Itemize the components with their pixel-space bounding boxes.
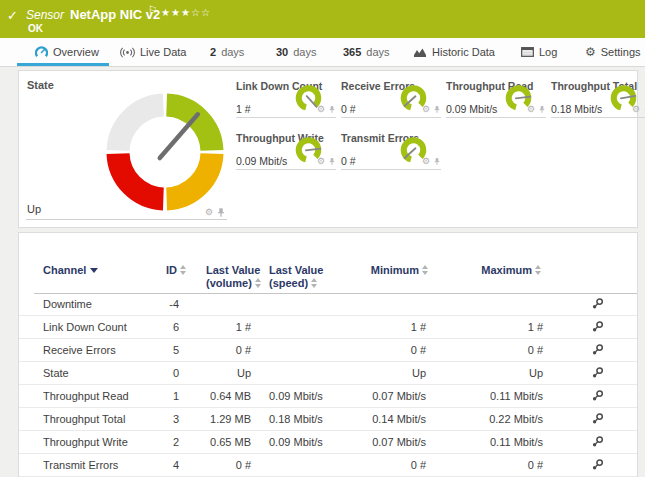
pin-icon[interactable] <box>328 105 336 114</box>
channel-settings-wrench-icon[interactable] <box>591 412 604 427</box>
tab-overview[interactable]: Overview <box>35 38 99 66</box>
tab-label: Log <box>539 46 557 58</box>
column-header-minimum[interactable]: Minimum <box>319 264 429 277</box>
tab-log[interactable]: Log <box>521 38 557 66</box>
cell-last-value-speed: 0.09 Mbit/s <box>269 436 323 448</box>
gear-icon[interactable]: ⚙ <box>422 157 430 166</box>
tab-30-days[interactable]: 30 days <box>276 38 317 66</box>
cell-minimum: 0.07 Mbit/s <box>341 436 426 448</box>
tab-365-days[interactable]: 365 days <box>343 38 390 66</box>
gear-icon[interactable]: ⚙ <box>632 105 640 114</box>
sort-icon <box>311 278 318 288</box>
gear-icon[interactable]: ⚙ <box>317 157 325 166</box>
tab-live-data[interactable]: Live Data <box>120 38 186 66</box>
gauge-actions: ⚙ <box>317 157 336 166</box>
tab-number: 30 <box>276 46 288 58</box>
gear-icon[interactable]: ⚙ <box>422 105 430 114</box>
priority-flag-icon[interactable]: ⚐ <box>148 4 157 15</box>
table-row-throughput-read[interactable]: Throughput Read 1 0.64 MB 0.09 Mbit/s 0.… <box>19 385 637 408</box>
table-row-receive-errors[interactable]: Receive Errors 5 0 # 0 # 0 # <box>19 339 637 362</box>
column-header-last-value-speed[interactable]: Last Value(speed) <box>269 264 323 290</box>
channel-settings-wrench-icon[interactable] <box>591 435 604 450</box>
pin-icon[interactable] <box>433 157 441 166</box>
gauge-icon <box>35 46 48 59</box>
cell-minimum: 0 # <box>341 459 426 471</box>
pin-icon[interactable] <box>433 105 441 114</box>
tab-label: days <box>366 46 389 58</box>
priority-stars[interactable]: ★★★☆☆ <box>161 7 211 18</box>
cell-last-value-volume: 0 # <box>169 344 251 356</box>
table-row-state[interactable]: State 0 Up Up Up <box>19 362 637 385</box>
gauges-panel: State Up ⚙ Link Down Count <box>18 70 638 228</box>
tab-number: 2 <box>210 46 216 58</box>
gauge-actions: ⚙ <box>422 157 441 166</box>
sort-icon <box>422 265 429 275</box>
star-filled-icon[interactable]: ★ <box>161 7 171 18</box>
channel-settings-wrench-icon[interactable] <box>591 458 604 473</box>
gauge-value: 0 # <box>341 155 356 167</box>
gauge-value: 0.09 Mbit/s <box>446 103 497 115</box>
tab-label: Overview <box>53 46 99 58</box>
gear-icon[interactable]: ⚙ <box>317 105 325 114</box>
gauge-tile-throughput-read: Throughput Read 0.09 Mbit/s ⚙ <box>446 80 546 118</box>
gauge-actions: ⚙ <box>527 105 546 114</box>
cell-maximum: 0 # <box>457 344 543 356</box>
gauge-value: 0 # <box>341 103 356 115</box>
cell-last-value-volume: 0.65 MB <box>169 436 251 448</box>
column-header-id[interactable]: ID <box>129 264 187 277</box>
state-gauge-actions: ⚙ <box>205 207 226 218</box>
sensor-status-text: OK <box>28 23 43 34</box>
column-header-last-value-volume[interactable]: Last Value(volume) <box>206 264 262 290</box>
column-header-maximum[interactable]: Maximum <box>432 264 542 277</box>
pin-icon[interactable] <box>216 207 226 218</box>
cell-maximum: 0.11 Mbit/s <box>457 436 543 448</box>
divider <box>26 219 227 220</box>
table-row-throughput-write[interactable]: Throughput Write 2 0.65 MB 0.09 Mbit/s 0… <box>19 431 637 454</box>
channel-settings-wrench-icon[interactable] <box>591 297 604 312</box>
channel-settings-wrench-icon[interactable] <box>591 320 604 335</box>
cell-minimum: Up <box>341 367 426 379</box>
star-empty-icon[interactable]: ☆ <box>201 7 211 18</box>
table-row-downtime[interactable]: Downtime -4 <box>19 293 637 316</box>
cell-maximum: 0.22 Mbit/s <box>457 413 543 425</box>
cell-minimum: 0 # <box>341 344 426 356</box>
star-empty-icon[interactable]: ☆ <box>191 7 201 18</box>
cell-channel: Throughput Read <box>43 390 129 402</box>
cell-maximum: 1 # <box>457 321 543 333</box>
gear-icon[interactable]: ⚙ <box>205 208 213 217</box>
gear-icon[interactable]: ⚙ <box>527 105 535 114</box>
table-row-throughput-total[interactable]: Throughput Total 3 1.29 MB 0.18 Mbit/s 0… <box>19 408 637 431</box>
cell-channel: Throughput Write <box>43 436 128 448</box>
tab-2-days[interactable]: 2 days <box>210 38 244 66</box>
pin-icon[interactable] <box>538 105 546 114</box>
gauge-tile-transmit-errors: Transmit Errors 0 # ⚙ <box>341 132 441 170</box>
star-filled-icon[interactable]: ★ <box>171 7 181 18</box>
tab-settings[interactable]: ⚙ Settings <box>585 38 641 66</box>
tab-label: days <box>293 46 316 58</box>
channel-settings-wrench-icon[interactable] <box>591 389 604 404</box>
channel-settings-wrench-icon[interactable] <box>591 366 604 381</box>
star-filled-icon[interactable]: ★ <box>181 7 191 18</box>
channel-table-panel: Channel ID Last Value(volume) Last Value… <box>18 232 638 477</box>
tab-label: Historic Data <box>432 46 495 58</box>
cell-channel: Link Down Count <box>43 321 127 333</box>
table-row-link-down-count[interactable]: Link Down Count 6 1 # 1 # 1 # <box>19 316 637 339</box>
channel-settings-wrench-icon[interactable] <box>591 343 604 358</box>
pin-icon[interactable] <box>328 157 336 166</box>
cell-last-value-volume: 0.64 MB <box>169 390 251 402</box>
table-row-transmit-errors[interactable]: Transmit Errors 4 0 # 0 # 0 # <box>19 454 637 477</box>
gauge-tile-link-down-count: Link Down Count 1 # ⚙ <box>236 80 336 118</box>
gauge-tile-receive-errors: Receive Errors 0 # ⚙ <box>341 80 441 118</box>
sensor-status-bar: ✓ Sensor NetApp NIC v2 ⚐ ★★★☆☆ OK <box>0 0 645 38</box>
cell-maximum: Up <box>457 367 543 379</box>
cell-last-value-volume: 1 # <box>169 321 251 333</box>
tab-number: 365 <box>343 46 361 58</box>
cell-last-value-speed: 0.18 Mbit/s <box>269 413 323 425</box>
cell-last-value-speed: 0.09 Mbit/s <box>269 390 323 402</box>
tab-historic-data[interactable]: Historic Data <box>413 38 495 66</box>
gauge-tile-throughput-write: Throughput Write 0.09 Mbit/s ⚙ <box>236 132 336 170</box>
cell-last-value-volume: Up <box>169 367 251 379</box>
column-header-channel[interactable]: Channel <box>43 264 98 277</box>
cell-last-value-volume: 1.29 MB <box>169 413 251 425</box>
historic-chart-icon <box>413 47 427 58</box>
